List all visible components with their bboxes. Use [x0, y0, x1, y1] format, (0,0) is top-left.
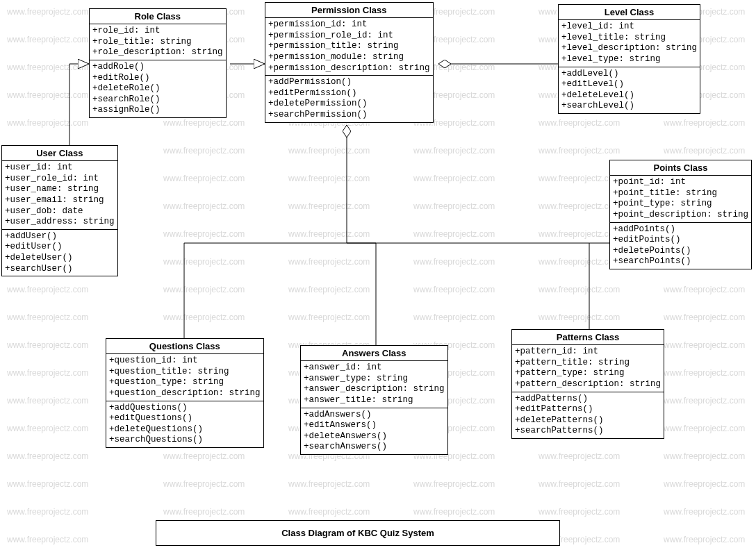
class-ops: +addQuestions() +editQuestions() +delete…	[106, 401, 263, 448]
class-title: Answers Class	[301, 346, 447, 361]
class-title: Questions Class	[106, 339, 263, 354]
class-attrs: +permission_id: int +permission_role_id:…	[265, 18, 433, 75]
class-level: Level Class +level_id: int +level_title:…	[558, 4, 700, 114]
class-role: Role Class +role_id: int +role_title: st…	[89, 8, 227, 118]
class-attrs: +point_id: int +point_title: string +poi…	[610, 176, 751, 222]
class-patterns: Patterns Class +pattern_id: int +pattern…	[511, 329, 664, 439]
diagram-caption: Class Diagram of KBC Quiz System	[156, 520, 560, 546]
class-attrs: +pattern_id: int +pattern_title: string …	[512, 345, 664, 392]
class-attrs: +user_id: int +user_role_id: int +user_n…	[2, 161, 117, 229]
class-attrs: +level_id: int +level_title: string +lev…	[559, 20, 700, 67]
class-title: Patterns Class	[512, 330, 664, 345]
class-attrs: +question_id: int +question_title: strin…	[106, 354, 263, 401]
class-answers: Answers Class +answer_id: int +answer_ty…	[300, 345, 448, 455]
class-ops: +addRole() +editRole() +deleteRole() +se…	[90, 60, 226, 117]
class-permission: Permission Class +permission_id: int +pe…	[265, 2, 434, 123]
class-attrs: +role_id: int +role_title: string +role_…	[90, 24, 226, 60]
class-title: Role Class	[90, 9, 226, 24]
class-title: User Class	[2, 146, 117, 161]
class-title: Points Class	[610, 160, 751, 176]
class-attrs: +answer_id: int +answer_type: string +an…	[301, 361, 447, 408]
class-ops: +addPermission() +editPermission() +dele…	[265, 75, 433, 122]
class-user: User Class +user_id: int +user_role_id: …	[1, 145, 118, 276]
class-questions: Questions Class +question_id: int +quest…	[106, 338, 264, 448]
class-title: Level Class	[559, 5, 700, 20]
class-ops: +addPoints() +editPoints() +deletePoints…	[610, 222, 751, 269]
class-ops: +addAnswers() +editAnswers() +deleteAnsw…	[301, 408, 447, 455]
class-title: Permission Class	[265, 3, 433, 18]
class-points: Points Class +point_id: int +point_title…	[609, 160, 752, 269]
class-ops: +addUser() +editUser() +deleteUser() +se…	[2, 229, 117, 276]
class-ops: +addLevel() +editLevel() +deleteLevel() …	[559, 67, 700, 114]
class-ops: +addPatterns() +editPatterns() +deletePa…	[512, 392, 664, 439]
